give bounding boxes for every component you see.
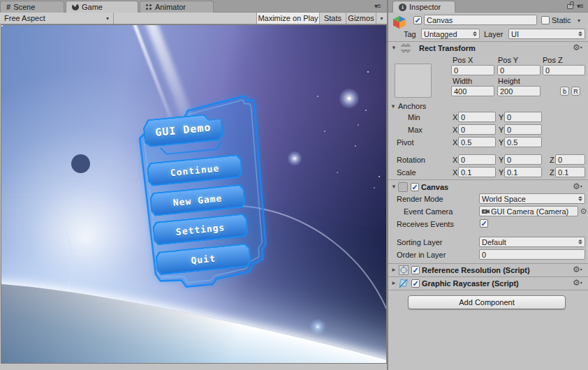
bright-star: [287, 151, 302, 166]
rect-transform-icon: [400, 43, 411, 54]
anchor-min-x-field[interactable]: 0: [458, 112, 496, 122]
event-camera-object-field[interactable]: GUI Camera (Camera): [479, 206, 578, 216]
animator-icon: [146, 4, 152, 10]
tag-label: Tag: [404, 30, 416, 39]
chevron-down-icon: ▾: [106, 15, 109, 22]
pos-z-field[interactable]: 0: [543, 65, 585, 75]
tag-dropdown[interactable]: Untagged: [421, 29, 480, 39]
render-mode-label: Render Mode: [397, 195, 443, 204]
rotation-x-field[interactable]: 0: [458, 154, 496, 165]
pos-x-field[interactable]: 0: [451, 65, 494, 75]
axis-x-label: X: [453, 126, 457, 135]
min-label: Min: [408, 113, 420, 122]
width-label: Width: [453, 77, 472, 86]
scale-y-field[interactable]: 0.1: [504, 167, 542, 177]
axis-x-label: X: [453, 168, 457, 177]
gizmos-dropdown-arrow[interactable]: ▾: [376, 13, 387, 24]
gameobject-name-field[interactable]: Canvas: [424, 15, 537, 25]
static-dropdown-arrow[interactable]: ▾: [578, 16, 580, 25]
rotation-y-field[interactable]: 0: [504, 154, 542, 165]
event-camera-label: Event Camera: [404, 207, 453, 216]
blueprint-mode-button[interactable]: b: [560, 87, 569, 96]
tab-game-label: Game: [82, 3, 103, 11]
canvas-component-icon: [398, 182, 408, 192]
anchors-foldout[interactable]: ▼: [390, 103, 396, 110]
graphic-raycaster-title: Graphic Raycaster (Script): [422, 279, 519, 288]
lock-icon[interactable]: [567, 4, 573, 9]
axis-z-label: Z: [550, 156, 554, 165]
stars: [1, 25, 3, 27]
gear-icon[interactable]: ⚙▾: [573, 182, 582, 191]
rect-transform-foldout[interactable]: ▼: [391, 45, 397, 51]
render-mode-dropdown[interactable]: World Space: [479, 193, 585, 204]
rotation-label: Rotation: [397, 156, 425, 165]
gear-icon[interactable]: ⚙▾: [573, 43, 582, 52]
pos-y-label: Pos Y: [498, 56, 518, 65]
aspect-dropdown-label: Free Aspect: [4, 14, 45, 22]
inspector-panel: i Inspector ▾≡ ✓ Canvas Static ▾ Tag Unt…: [388, 0, 588, 370]
info-icon: i: [399, 3, 406, 11]
gear-icon[interactable]: ⚙▾: [573, 265, 582, 274]
tab-scene[interactable]: # Scene: [0, 1, 64, 13]
scale-x-field[interactable]: 0.1: [458, 167, 496, 177]
anchor-min-y-field[interactable]: 0: [504, 112, 542, 122]
add-component-button[interactable]: Add Component: [408, 295, 566, 309]
canvas-foldout[interactable]: ▼: [391, 184, 397, 190]
gear-icon[interactable]: ⚙▾: [573, 279, 582, 287]
height-field[interactable]: 200: [497, 86, 541, 96]
updown-arrows-icon: [578, 239, 582, 244]
graphic-raycaster-foldout[interactable]: ►: [391, 280, 397, 286]
static-checkbox[interactable]: [541, 16, 550, 24]
canvas-enabled-checkbox[interactable]: ✓: [411, 183, 419, 191]
game-view-toolbar: Free Aspect ▾ Maximize on Play Stats Giz…: [0, 13, 387, 24]
left-tab-strip: # Scene Game Animator ▾≡: [0, 0, 387, 13]
aspect-dropdown[interactable]: Free Aspect ▾: [0, 13, 114, 24]
reference-resolution-checkbox[interactable]: ✓: [411, 266, 420, 274]
game-icon: [72, 3, 79, 10]
panel-menu-icon[interactable]: ▾≡: [577, 2, 583, 10]
tab-inspector[interactable]: i Inspector: [392, 1, 455, 13]
rect-transform-title: Rect Transform: [419, 44, 476, 53]
order-in-layer-field[interactable]: 0: [479, 249, 585, 260]
sorting-layer-dropdown[interactable]: Default: [479, 237, 585, 247]
unity-editor-window: # Scene Game Animator ▾≡ Free Aspect ▾ M…: [0, 0, 588, 370]
inspector-tab-strip: i Inspector ▾≡: [388, 0, 588, 13]
graphic-raycaster-checkbox[interactable]: ✓: [411, 279, 420, 288]
tab-game[interactable]: Game: [66, 1, 138, 13]
panel-menu-icon[interactable]: ▾≡: [374, 2, 381, 10]
raw-edit-mode-button[interactable]: R: [571, 87, 580, 96]
layer-dropdown[interactable]: UI: [508, 29, 585, 39]
layer-label: Layer: [484, 30, 504, 39]
gizmos-button[interactable]: Gizmos: [346, 13, 376, 24]
reference-resolution-icon: [398, 265, 409, 276]
rotation-z-field[interactable]: 0: [555, 154, 585, 165]
active-checkbox[interactable]: ✓: [413, 16, 422, 24]
maximize-on-play-button[interactable]: Maximize on Play: [256, 13, 319, 24]
updown-arrows-icon: [473, 31, 477, 36]
pos-x-label: Pos X: [453, 56, 473, 65]
object-picker-icon[interactable]: ⊙: [580, 207, 587, 216]
receives-events-checkbox[interactable]: ✓: [480, 219, 488, 228]
max-label: Max: [408, 126, 422, 135]
sorting-layer-label: Sorting Layer: [397, 238, 442, 247]
axis-z-label: Z: [550, 168, 554, 177]
axis-y-label: Y: [499, 168, 504, 177]
pivot-y-field[interactable]: 0.5: [504, 137, 542, 147]
anchor-max-x-field[interactable]: 0: [458, 124, 496, 135]
tab-animator-label: Animator: [155, 3, 186, 11]
scale-z-field[interactable]: 0.1: [555, 167, 585, 177]
pivot-x-field[interactable]: 0.5: [458, 137, 496, 147]
scale-label: Scale: [397, 168, 416, 177]
stats-button[interactable]: Stats: [319, 13, 346, 24]
pos-z-label: Pos Z: [543, 56, 563, 65]
tab-animator[interactable]: Animator: [140, 1, 214, 13]
pos-y-field[interactable]: 0: [497, 65, 541, 75]
anchors-label: Anchors: [398, 102, 426, 111]
tab-scene-label: Scene: [13, 3, 35, 11]
bright-star: [339, 88, 360, 109]
width-field[interactable]: 400: [451, 86, 494, 96]
reference-resolution-title: Reference Resolution (Script): [422, 266, 530, 275]
anchor-max-y-field[interactable]: 0: [504, 124, 542, 135]
reference-resolution-foldout[interactable]: ►: [391, 267, 397, 273]
anchor-preset-box[interactable]: [395, 64, 432, 98]
